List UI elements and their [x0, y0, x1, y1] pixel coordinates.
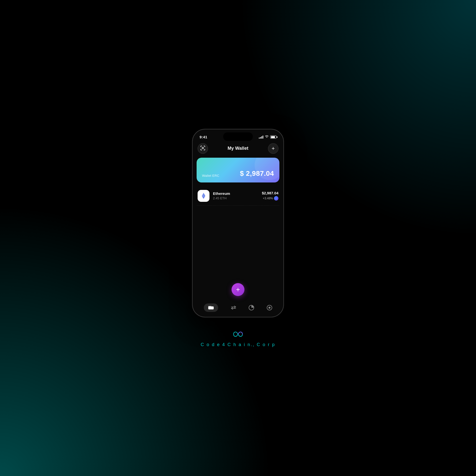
status-icons: [259, 135, 276, 139]
screen: 9:41: [193, 129, 283, 317]
wifi-icon: [265, 135, 269, 139]
settings-nav-icon: [267, 305, 272, 310]
scan-icon: [200, 145, 206, 152]
battery-icon: [270, 135, 276, 139]
token-value: $2,987.04: [262, 191, 278, 195]
nav-item-transfer[interactable]: [231, 305, 236, 310]
fab-container: +: [193, 278, 283, 301]
wallet-nav-icon: [208, 306, 214, 309]
token-price-info: $2,987.04 +3.48% ↑: [262, 191, 278, 201]
status-bar: 9:41: [193, 129, 283, 141]
token-change-text: +3.48%: [263, 197, 273, 200]
brand-separator: .,: [251, 342, 255, 347]
app-content: My Wallet + Wallet ERC $ 2,987.04: [193, 141, 283, 317]
token-info-ethereum: Ethereum 2.45 ETH: [213, 191, 258, 200]
brand-name-part2: C o r p: [255, 342, 275, 347]
chart-nav-icon: [249, 305, 254, 310]
page-title: My Wallet: [228, 146, 248, 151]
wallet-balance: $ 2,987.04: [240, 170, 274, 178]
token-change: +3.48% ↑: [262, 196, 278, 201]
ethereum-logo: [198, 190, 209, 202]
wallet-card[interactable]: Wallet ERC $ 2,987.04: [197, 158, 279, 182]
scene: 9:41: [192, 129, 284, 347]
add-icon: +: [272, 145, 275, 152]
nav-item-chart[interactable]: [249, 305, 254, 310]
app-header: My Wallet +: [193, 141, 283, 158]
tokens-list: Ethereum 2.45 ETH $2,987.04 +3.48% ↑: [193, 186, 283, 278]
token-name: Ethereum: [213, 191, 258, 196]
nav-item-settings[interactable]: [267, 305, 272, 310]
svg-rect-2: [208, 306, 211, 307]
scan-button[interactable]: [198, 143, 208, 154]
token-item-ethereum[interactable]: Ethereum 2.45 ETH $2,987.04 +3.48% ↑: [197, 186, 279, 206]
fab-plus-icon: +: [236, 286, 240, 294]
add-token-fab[interactable]: +: [232, 283, 244, 296]
svg-rect-0: [202, 147, 204, 149]
branding: C o d e 4 C h a i n., C o r p: [201, 329, 275, 347]
transfer-nav-icon: [231, 305, 236, 310]
wallet-label: Wallet ERC: [202, 174, 219, 178]
brand-logo-icon: [231, 329, 245, 339]
add-wallet-button[interactable]: +: [268, 143, 278, 154]
dynamic-island: [223, 132, 253, 141]
status-time: 9:41: [200, 135, 207, 139]
brand-name-text: C o d e 4 C h a i n., C o r p: [201, 342, 275, 347]
phone-frame: 9:41: [192, 129, 284, 317]
brand-name-part1: C o d e 4 C h a i n: [201, 342, 251, 347]
bottom-nav: [193, 301, 283, 317]
signal-bars-icon: [259, 136, 263, 139]
up-arrow-icon: ↑: [274, 196, 278, 201]
nav-item-wallet[interactable]: [204, 303, 218, 312]
svg-point-5: [268, 307, 270, 309]
token-amount: 2.45 ETH: [213, 196, 258, 200]
